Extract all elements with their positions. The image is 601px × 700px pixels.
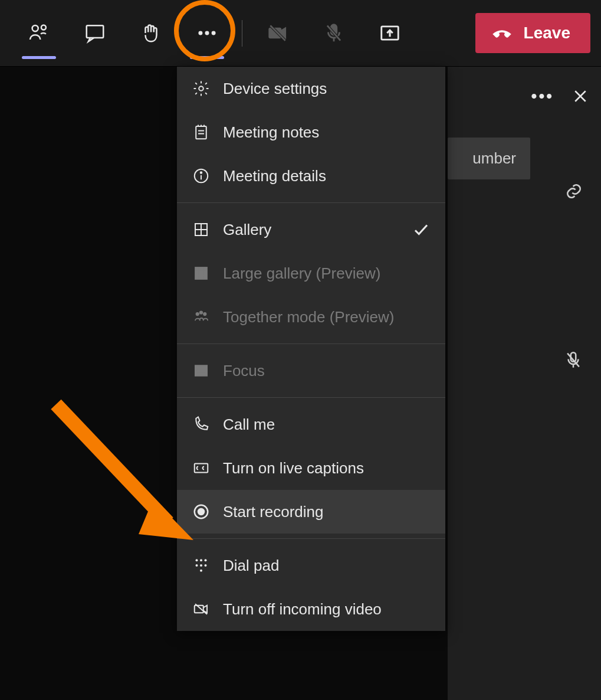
info-icon	[192, 167, 210, 185]
svg-point-5	[211, 31, 215, 35]
menu-separator	[177, 202, 445, 203]
menu-start-recording[interactable]: Start recording	[177, 490, 445, 534]
participant-mic-off-icon[interactable]	[563, 350, 583, 370]
svg-point-41	[205, 559, 207, 561]
captions-icon	[192, 459, 210, 477]
menu-label: Focus	[223, 362, 265, 380]
share-screen-icon	[379, 22, 401, 44]
svg-rect-2	[86, 25, 103, 38]
side-panel: ••• umber	[448, 67, 601, 700]
link-icon[interactable]	[564, 182, 583, 201]
menu-label: Dial pad	[223, 557, 279, 575]
svg-point-4	[205, 31, 209, 35]
notes-icon	[192, 123, 210, 141]
menu-label: Call me	[223, 416, 275, 434]
svg-rect-18	[196, 126, 206, 139]
menu-live-captions[interactable]: Turn on live captions	[177, 446, 445, 490]
dialpad-icon	[192, 557, 210, 574]
camera-off-icon	[267, 22, 289, 44]
share-button[interactable]	[362, 0, 418, 66]
participants-button[interactable]	[11, 0, 67, 66]
more-actions-button[interactable]	[179, 0, 235, 66]
menu-label: Start recording	[223, 503, 324, 521]
svg-point-45	[200, 570, 202, 572]
together-icon	[192, 308, 210, 326]
hand-icon	[140, 22, 162, 44]
menu-together-mode: Together mode (Preview)	[177, 295, 445, 339]
menu-separator	[177, 344, 445, 344]
menu-device-settings[interactable]: Device settings	[177, 67, 445, 110]
hangup-icon	[490, 21, 514, 45]
svg-point-21	[201, 172, 202, 174]
menu-call-me[interactable]: Call me	[177, 403, 445, 446]
leave-label: Leave	[524, 24, 570, 42]
annotation-arrow	[47, 395, 195, 555]
svg-line-49	[56, 404, 168, 522]
checkmark-icon	[412, 221, 430, 238]
ellipsis-icon	[196, 22, 218, 44]
close-icon[interactable]	[572, 87, 589, 105]
phone-icon	[192, 416, 210, 433]
mic-off-icon	[323, 22, 345, 44]
menu-meeting-notes[interactable]: Meeting notes	[177, 110, 445, 154]
gear-icon	[192, 80, 210, 97]
focus-icon	[192, 362, 210, 380]
menu-focus: Focus	[177, 349, 445, 392]
svg-point-1	[41, 25, 45, 30]
leave-button[interactable]: Leave	[475, 13, 590, 53]
svg-point-38	[198, 509, 204, 515]
menu-dial-pad[interactable]: Dial pad	[177, 544, 445, 587]
record-icon	[192, 503, 210, 521]
svg-point-42	[196, 564, 198, 567]
number-field-fragment[interactable]: umber	[448, 138, 530, 179]
chat-button[interactable]	[67, 0, 123, 66]
menu-label: Together mode (Preview)	[223, 308, 394, 326]
raise-hand-button[interactable]	[123, 0, 179, 66]
menu-label: Turn on live captions	[223, 459, 364, 477]
menu-gallery[interactable]: Gallery	[177, 208, 445, 251]
large-gallery-icon	[192, 264, 210, 282]
chat-icon	[84, 22, 106, 44]
camera-button[interactable]	[249, 0, 306, 66]
panel-more-button[interactable]: •••	[531, 87, 554, 106]
menu-label: Turn off incoming video	[223, 600, 382, 619]
svg-rect-25	[195, 267, 207, 279]
gallery-icon	[192, 221, 210, 238]
mic-button[interactable]	[306, 0, 362, 66]
menu-label: Gallery	[223, 221, 271, 239]
menu-label: Meeting details	[223, 167, 326, 185]
svg-rect-34	[198, 368, 201, 371]
svg-point-3	[198, 31, 202, 35]
svg-point-0	[32, 25, 38, 31]
svg-point-17	[199, 86, 203, 91]
svg-point-40	[200, 559, 202, 561]
menu-separator	[177, 397, 445, 398]
svg-point-31	[200, 311, 203, 314]
menu-label: Large gallery (Preview)	[223, 264, 380, 283]
menu-label: Meeting notes	[223, 123, 319, 142]
svg-point-30	[196, 313, 199, 316]
video-off-icon	[192, 600, 210, 618]
svg-point-39	[196, 559, 198, 561]
svg-point-44	[205, 564, 207, 567]
meeting-toolbar: Leave	[0, 0, 601, 67]
svg-point-32	[203, 313, 206, 316]
menu-turn-off-incoming-video[interactable]: Turn off incoming video	[177, 587, 445, 631]
people-icon	[28, 22, 50, 44]
svg-point-43	[200, 564, 202, 567]
menu-label: Device settings	[223, 80, 327, 98]
menu-meeting-details[interactable]: Meeting details	[177, 154, 445, 198]
menu-large-gallery: Large gallery (Preview)	[177, 251, 445, 295]
more-actions-menu: Device settings Meeting notes Meeting de…	[177, 67, 445, 631]
toolbar-separator	[242, 20, 242, 47]
menu-separator	[177, 538, 445, 539]
